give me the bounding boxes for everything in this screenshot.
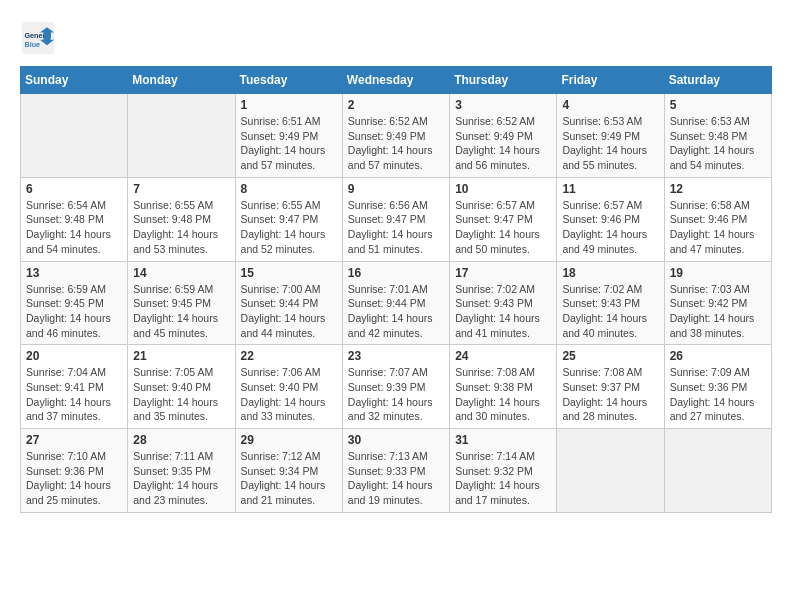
day-number: 15 <box>241 266 337 280</box>
day-info: Sunrise: 6:57 AM Sunset: 9:47 PM Dayligh… <box>455 198 551 257</box>
week-row-1: 1Sunrise: 6:51 AM Sunset: 9:49 PM Daylig… <box>21 94 772 178</box>
day-cell: 5Sunrise: 6:53 AM Sunset: 9:48 PM Daylig… <box>664 94 771 178</box>
day-number: 31 <box>455 433 551 447</box>
weekday-header-monday: Monday <box>128 67 235 94</box>
day-number: 23 <box>348 349 444 363</box>
day-cell: 8Sunrise: 6:55 AM Sunset: 9:47 PM Daylig… <box>235 177 342 261</box>
day-cell: 1Sunrise: 6:51 AM Sunset: 9:49 PM Daylig… <box>235 94 342 178</box>
day-cell: 24Sunrise: 7:08 AM Sunset: 9:38 PM Dayli… <box>450 345 557 429</box>
day-number: 22 <box>241 349 337 363</box>
calendar-table: SundayMondayTuesdayWednesdayThursdayFrid… <box>20 66 772 513</box>
day-info: Sunrise: 6:59 AM Sunset: 9:45 PM Dayligh… <box>133 282 229 341</box>
day-number: 27 <box>26 433 122 447</box>
day-cell: 26Sunrise: 7:09 AM Sunset: 9:36 PM Dayli… <box>664 345 771 429</box>
day-info: Sunrise: 6:52 AM Sunset: 9:49 PM Dayligh… <box>455 114 551 173</box>
day-cell: 10Sunrise: 6:57 AM Sunset: 9:47 PM Dayli… <box>450 177 557 261</box>
day-number: 12 <box>670 182 766 196</box>
weekday-header-friday: Friday <box>557 67 664 94</box>
day-info: Sunrise: 7:02 AM Sunset: 9:43 PM Dayligh… <box>455 282 551 341</box>
day-number: 18 <box>562 266 658 280</box>
day-cell: 31Sunrise: 7:14 AM Sunset: 9:32 PM Dayli… <box>450 429 557 513</box>
day-info: Sunrise: 6:54 AM Sunset: 9:48 PM Dayligh… <box>26 198 122 257</box>
day-cell: 17Sunrise: 7:02 AM Sunset: 9:43 PM Dayli… <box>450 261 557 345</box>
day-info: Sunrise: 7:12 AM Sunset: 9:34 PM Dayligh… <box>241 449 337 508</box>
day-info: Sunrise: 6:55 AM Sunset: 9:47 PM Dayligh… <box>241 198 337 257</box>
day-info: Sunrise: 7:09 AM Sunset: 9:36 PM Dayligh… <box>670 365 766 424</box>
day-cell: 22Sunrise: 7:06 AM Sunset: 9:40 PM Dayli… <box>235 345 342 429</box>
day-cell: 27Sunrise: 7:10 AM Sunset: 9:36 PM Dayli… <box>21 429 128 513</box>
svg-text:Blue: Blue <box>25 40 41 49</box>
day-info: Sunrise: 7:11 AM Sunset: 9:35 PM Dayligh… <box>133 449 229 508</box>
weekday-header-tuesday: Tuesday <box>235 67 342 94</box>
day-info: Sunrise: 7:10 AM Sunset: 9:36 PM Dayligh… <box>26 449 122 508</box>
day-info: Sunrise: 7:02 AM Sunset: 9:43 PM Dayligh… <box>562 282 658 341</box>
day-info: Sunrise: 7:08 AM Sunset: 9:37 PM Dayligh… <box>562 365 658 424</box>
day-info: Sunrise: 6:52 AM Sunset: 9:49 PM Dayligh… <box>348 114 444 173</box>
day-number: 26 <box>670 349 766 363</box>
day-cell: 6Sunrise: 6:54 AM Sunset: 9:48 PM Daylig… <box>21 177 128 261</box>
day-number: 14 <box>133 266 229 280</box>
day-number: 2 <box>348 98 444 112</box>
day-cell <box>557 429 664 513</box>
day-info: Sunrise: 6:55 AM Sunset: 9:48 PM Dayligh… <box>133 198 229 257</box>
day-number: 28 <box>133 433 229 447</box>
day-cell: 19Sunrise: 7:03 AM Sunset: 9:42 PM Dayli… <box>664 261 771 345</box>
day-number: 29 <box>241 433 337 447</box>
day-info: Sunrise: 7:03 AM Sunset: 9:42 PM Dayligh… <box>670 282 766 341</box>
day-number: 16 <box>348 266 444 280</box>
day-info: Sunrise: 6:51 AM Sunset: 9:49 PM Dayligh… <box>241 114 337 173</box>
day-cell: 18Sunrise: 7:02 AM Sunset: 9:43 PM Dayli… <box>557 261 664 345</box>
day-info: Sunrise: 6:53 AM Sunset: 9:49 PM Dayligh… <box>562 114 658 173</box>
day-cell: 13Sunrise: 6:59 AM Sunset: 9:45 PM Dayli… <box>21 261 128 345</box>
day-cell: 4Sunrise: 6:53 AM Sunset: 9:49 PM Daylig… <box>557 94 664 178</box>
day-number: 8 <box>241 182 337 196</box>
day-cell: 30Sunrise: 7:13 AM Sunset: 9:33 PM Dayli… <box>342 429 449 513</box>
day-number: 17 <box>455 266 551 280</box>
weekday-header-wednesday: Wednesday <box>342 67 449 94</box>
day-cell: 3Sunrise: 6:52 AM Sunset: 9:49 PM Daylig… <box>450 94 557 178</box>
week-row-5: 27Sunrise: 7:10 AM Sunset: 9:36 PM Dayli… <box>21 429 772 513</box>
day-number: 25 <box>562 349 658 363</box>
day-cell: 20Sunrise: 7:04 AM Sunset: 9:41 PM Dayli… <box>21 345 128 429</box>
page-header: General Blue <box>20 20 772 56</box>
logo: General Blue <box>20 20 60 56</box>
weekday-header-sunday: Sunday <box>21 67 128 94</box>
day-cell <box>664 429 771 513</box>
week-row-4: 20Sunrise: 7:04 AM Sunset: 9:41 PM Dayli… <box>21 345 772 429</box>
day-cell: 29Sunrise: 7:12 AM Sunset: 9:34 PM Dayli… <box>235 429 342 513</box>
day-info: Sunrise: 6:58 AM Sunset: 9:46 PM Dayligh… <box>670 198 766 257</box>
day-number: 20 <box>26 349 122 363</box>
day-number: 1 <box>241 98 337 112</box>
day-cell: 9Sunrise: 6:56 AM Sunset: 9:47 PM Daylig… <box>342 177 449 261</box>
week-row-3: 13Sunrise: 6:59 AM Sunset: 9:45 PM Dayli… <box>21 261 772 345</box>
day-number: 24 <box>455 349 551 363</box>
day-number: 30 <box>348 433 444 447</box>
day-info: Sunrise: 7:06 AM Sunset: 9:40 PM Dayligh… <box>241 365 337 424</box>
day-cell: 21Sunrise: 7:05 AM Sunset: 9:40 PM Dayli… <box>128 345 235 429</box>
day-info: Sunrise: 7:13 AM Sunset: 9:33 PM Dayligh… <box>348 449 444 508</box>
day-info: Sunrise: 7:14 AM Sunset: 9:32 PM Dayligh… <box>455 449 551 508</box>
day-cell: 16Sunrise: 7:01 AM Sunset: 9:44 PM Dayli… <box>342 261 449 345</box>
day-cell: 28Sunrise: 7:11 AM Sunset: 9:35 PM Dayli… <box>128 429 235 513</box>
day-info: Sunrise: 7:05 AM Sunset: 9:40 PM Dayligh… <box>133 365 229 424</box>
day-number: 10 <box>455 182 551 196</box>
day-cell: 23Sunrise: 7:07 AM Sunset: 9:39 PM Dayli… <box>342 345 449 429</box>
day-cell <box>128 94 235 178</box>
week-row-2: 6Sunrise: 6:54 AM Sunset: 9:48 PM Daylig… <box>21 177 772 261</box>
day-info: Sunrise: 6:59 AM Sunset: 9:45 PM Dayligh… <box>26 282 122 341</box>
day-number: 5 <box>670 98 766 112</box>
day-cell: 11Sunrise: 6:57 AM Sunset: 9:46 PM Dayli… <box>557 177 664 261</box>
day-info: Sunrise: 7:00 AM Sunset: 9:44 PM Dayligh… <box>241 282 337 341</box>
day-number: 9 <box>348 182 444 196</box>
day-number: 3 <box>455 98 551 112</box>
day-cell: 7Sunrise: 6:55 AM Sunset: 9:48 PM Daylig… <box>128 177 235 261</box>
day-number: 6 <box>26 182 122 196</box>
day-info: Sunrise: 7:07 AM Sunset: 9:39 PM Dayligh… <box>348 365 444 424</box>
weekday-header-saturday: Saturday <box>664 67 771 94</box>
day-info: Sunrise: 7:08 AM Sunset: 9:38 PM Dayligh… <box>455 365 551 424</box>
day-info: Sunrise: 6:57 AM Sunset: 9:46 PM Dayligh… <box>562 198 658 257</box>
day-number: 4 <box>562 98 658 112</box>
weekday-header-row: SundayMondayTuesdayWednesdayThursdayFrid… <box>21 67 772 94</box>
logo-icon: General Blue <box>20 20 56 56</box>
day-info: Sunrise: 7:01 AM Sunset: 9:44 PM Dayligh… <box>348 282 444 341</box>
